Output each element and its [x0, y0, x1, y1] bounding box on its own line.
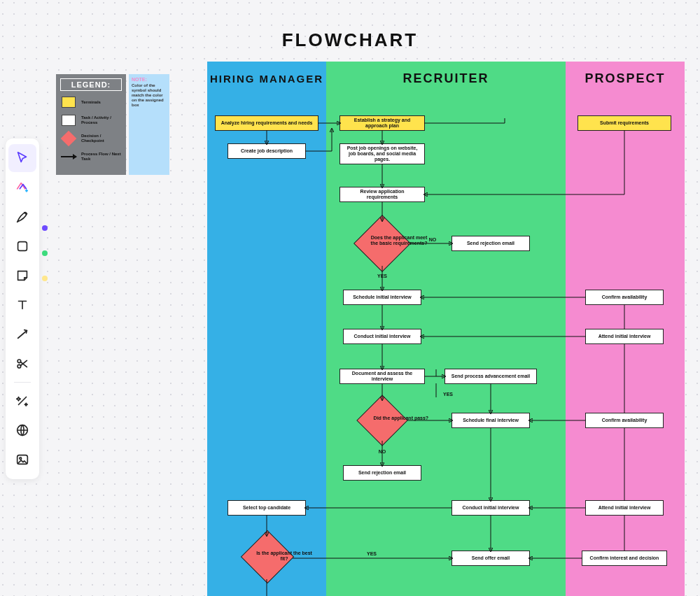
node-hm-jobdesc[interactable]: Create job description [228, 144, 305, 158]
legend-note: NOTE: Color of the symbol should match t… [129, 74, 169, 175]
node-rc-final[interactable]: Schedule final interview [452, 413, 529, 427]
lane-hiring-manager: HIRING MANAGER [207, 62, 326, 596]
node-pr-decision[interactable]: Confirm interest and decision [582, 551, 666, 565]
legend-row-decision: Decision / Checkpoint [60, 132, 122, 146]
flowchart-canvas[interactable]: HIRING MANAGER RECRUITER PROSPECT Analyz… [207, 62, 693, 596]
legend-panel: LEGEND: Terminals Task / Activity / Proc… [56, 74, 126, 175]
node-pr-attend1[interactable]: Attend initial interview [586, 329, 663, 343]
tool-pen[interactable] [8, 203, 36, 231]
legend-row-flow: Process Flow / Next Task [60, 150, 122, 164]
node-hm-analyze[interactable]: Analyze hiring requirements and needs [216, 116, 318, 130]
diagram-title: FLOWCHART [0, 29, 700, 51]
node-rc-strategy[interactable]: Establish a strategy and approach plan [340, 116, 424, 130]
legend-group[interactable]: LEGEND: Terminals Task / Activity / Proc… [56, 74, 169, 175]
sticky-color-indicator [42, 276, 48, 281]
pen-color-indicator [42, 225, 48, 231]
node-rc-reject1[interactable]: Send rejection email [452, 236, 529, 250]
tool-connector[interactable] [8, 320, 36, 348]
tool-shape[interactable] [8, 232, 36, 260]
node-rc-assess[interactable]: Document and assess the interview [340, 369, 424, 383]
legend-row-process: Task / Activity / Process [60, 113, 122, 127]
lane-head-pr: PROSPECT [566, 62, 685, 95]
lane-head-hm: HIRING MANAGER [207, 62, 326, 95]
tool-image[interactable] [8, 446, 36, 474]
tool-select[interactable] [8, 144, 36, 172]
legend-heading: LEGEND: [60, 78, 122, 91]
toolbar-divider [14, 382, 31, 383]
legend-note-head: NOTE: [132, 77, 167, 82]
legend-row-terminals: Terminals [60, 95, 122, 109]
left-toolbar: ai [6, 139, 39, 479]
lane-recruiter: RECRUITER [326, 62, 566, 596]
shape-color-indicator [42, 250, 48, 256]
node-rc-conduct2[interactable]: Conduct initial interview [452, 501, 529, 515]
legend-note-body: Color of the symbol should match the col… [132, 83, 167, 108]
node-hm-select[interactable]: Select top candidate [228, 501, 305, 515]
node-rc-conduct1[interactable]: Conduct initial interview [344, 329, 421, 343]
node-pr-confirm1[interactable]: Confirm availability [586, 290, 663, 304]
tool-text[interactable] [8, 291, 36, 319]
svg-rect-0 [18, 242, 27, 251]
node-rc-review[interactable]: Review application requirements [340, 187, 424, 201]
tool-web[interactable] [8, 416, 36, 444]
lane-head-rc: RECRUITER [326, 62, 566, 95]
tool-magic[interactable] [8, 387, 36, 415]
tool-cut[interactable] [8, 350, 36, 378]
node-pr-submit[interactable]: Submit requirements [578, 116, 671, 130]
node-pr-attend2[interactable]: Attend initial interview [586, 501, 663, 515]
node-rc-schedule[interactable]: Schedule initial interview [344, 290, 421, 304]
node-pr-confirm2[interactable]: Confirm availability [586, 413, 663, 427]
node-rc-advance[interactable]: Send process advancement email [445, 369, 536, 383]
tool-ai[interactable]: ai [8, 173, 36, 201]
lane-prospect: PROSPECT [566, 62, 685, 596]
node-rc-reject2[interactable]: Send rejection email [344, 466, 421, 480]
svg-point-5 [20, 457, 22, 460]
node-rc-offer[interactable]: Send offer email [452, 551, 529, 565]
tool-sticky[interactable] [8, 262, 36, 290]
node-rc-post[interactable]: Post job openings on website, job boards… [340, 144, 424, 164]
